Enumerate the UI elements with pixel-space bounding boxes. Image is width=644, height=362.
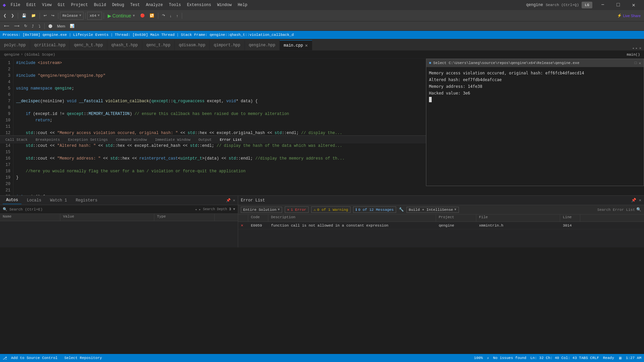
search-box[interactable]: Search (Ctrl+Q) xyxy=(546,3,579,7)
debug-diag[interactable]: 📊 xyxy=(68,22,76,31)
tab-error-list[interactable]: Error List xyxy=(217,137,245,142)
step-over[interactable]: ↷ xyxy=(160,11,167,20)
error-search-icon[interactable]: 🔍 xyxy=(636,207,641,212)
search-nav-right[interactable]: ▸ xyxy=(199,207,201,212)
tab-main-cpp[interactable]: main.cpp ✕ xyxy=(280,40,312,50)
back-button[interactable]: ❮ xyxy=(1,11,8,20)
process-label[interactable]: Process: [0x7388] qengine.exe xyxy=(3,33,67,37)
tab-command-window[interactable]: Command Window xyxy=(113,137,149,142)
search-depth-dropdown[interactable]: ▼ xyxy=(233,207,235,211)
select-repository[interactable]: Select Repository xyxy=(64,356,102,360)
menu-window[interactable]: Window xyxy=(214,1,234,9)
registers-tab[interactable]: Registers xyxy=(72,197,101,204)
stop-button[interactable]: 🔴 xyxy=(138,11,147,20)
debug-breakpoint[interactable]: ⬤ xyxy=(46,22,54,31)
tab-qenc-t[interactable]: qenc_t.hpp xyxy=(142,40,175,50)
error-count-btn[interactable]: ✕ 1 Error xyxy=(285,206,309,213)
debug-step4[interactable]: ⤴ xyxy=(30,22,36,31)
live-share-button[interactable]: ⚡ Live Share xyxy=(615,11,643,20)
error-row-1[interactable]: ✕ E0059 function call is not allowed in … xyxy=(238,222,644,229)
menu-tools[interactable]: Tools xyxy=(166,1,183,9)
popup-maximize[interactable]: □ xyxy=(635,61,637,65)
popup-icon: ■ xyxy=(429,61,431,65)
tab-exception-settings[interactable]: Exception Settings xyxy=(65,137,111,142)
tab-qengine[interactable]: qengine.hpp xyxy=(245,40,280,50)
menu-view[interactable]: View xyxy=(39,1,54,9)
autos-panel-pin[interactable]: 📌 xyxy=(226,198,231,202)
save-button[interactable]: 💾 xyxy=(20,11,29,20)
menu-analyze[interactable]: Analyze xyxy=(143,1,165,9)
lifecycle-events[interactable]: Lifecycle Events xyxy=(73,33,109,37)
locals-tab[interactable]: Locals xyxy=(23,197,45,204)
breadcrumb-scope[interactable]: (Global Scope) xyxy=(24,53,55,57)
debug-mem1[interactable]: Mem xyxy=(55,22,67,31)
restore-button[interactable]: □ xyxy=(610,0,626,10)
message-count-btn[interactable]: ℹ 0 of 12 Messages xyxy=(353,206,396,213)
search-label[interactable]: Search (Ctrl+E) xyxy=(9,207,43,212)
issues-label[interactable]: No issues found xyxy=(493,356,526,360)
tab-qcritical[interactable]: qcritical.hpp xyxy=(30,40,70,50)
undo-button[interactable]: ↩ xyxy=(42,11,49,20)
tab-close-main[interactable]: ✕ xyxy=(305,43,308,48)
minimize-button[interactable]: − xyxy=(595,0,610,10)
menu-build[interactable]: Build xyxy=(91,1,109,9)
debug-step3[interactable]: ↻ xyxy=(22,22,29,31)
menu-help[interactable]: Help xyxy=(235,1,250,9)
save-all-button[interactable]: 📁 xyxy=(29,11,38,20)
popup-close[interactable]: ✕ xyxy=(639,61,641,65)
menu-test[interactable]: Test xyxy=(127,1,143,9)
tab-output[interactable]: Output xyxy=(196,137,215,142)
menu-project[interactable]: Project xyxy=(68,1,91,9)
step-into[interactable]: ↓ xyxy=(168,11,174,20)
tab-label-main: main.cpp xyxy=(284,43,303,48)
stack-frame-label[interactable]: Stack Frame: qengine::qhash_t::violation… xyxy=(181,33,294,37)
symbol-scope-select[interactable]: main() xyxy=(627,53,640,57)
menu-file[interactable]: File xyxy=(8,1,23,9)
menu-edit[interactable]: Edit xyxy=(23,1,39,9)
error-list-pin[interactable]: 📌 xyxy=(631,198,636,203)
platform-dropdown[interactable]: x64 ▼ xyxy=(87,12,102,20)
error-search-label[interactable]: Search Error List xyxy=(597,208,635,212)
add-to-source-control[interactable]: Add to Source Control xyxy=(11,356,58,360)
col-type: Type xyxy=(154,214,215,221)
warning-count-btn[interactable]: ⚠ 0 of 1 Warning xyxy=(311,206,351,213)
restart-button[interactable]: 🔁 xyxy=(148,11,156,20)
debug-step1[interactable]: ⟵ xyxy=(2,22,11,31)
menu-debug[interactable]: Debug xyxy=(109,1,127,9)
continue-button[interactable]: ▶ Continue ▼ xyxy=(106,11,138,20)
tab-qhash[interactable]: qhash_t.hpp xyxy=(107,40,142,50)
autos-panel-close[interactable]: ✕ xyxy=(233,198,235,202)
error-list-close[interactable]: ✕ xyxy=(639,198,641,203)
redo-button[interactable]: ↪ xyxy=(49,11,56,20)
thread-label[interactable]: Thread: [0x630] Main Thread xyxy=(115,33,174,37)
tab-qdisasm[interactable]: qdisasm.hpp xyxy=(175,40,210,50)
tab-polyc[interactable]: polyc.hpp xyxy=(0,40,30,50)
menu-git[interactable]: Git xyxy=(55,1,68,9)
step-out[interactable]: ↑ xyxy=(174,11,180,20)
autos-tab[interactable]: Autos xyxy=(3,196,21,204)
tab-call-stack[interactable]: Call Stack xyxy=(3,137,30,142)
solution-filter-dropdown[interactable]: Entire Solution ▼ xyxy=(241,207,282,213)
output-line-1: Memory access violation occured, origina… xyxy=(429,70,641,76)
debug-step5[interactable]: ⤵ xyxy=(37,22,43,31)
breadcrumb-project[interactable]: qengine xyxy=(4,53,19,57)
tab-scroll-right[interactable]: ▸ xyxy=(636,46,638,50)
search-depth-value[interactable]: 3 xyxy=(229,207,231,211)
tab-breakpoints[interactable]: Breakpoints xyxy=(33,137,63,142)
tab-immediate-window[interactable]: Immediate Window xyxy=(152,137,193,142)
autos-panel: Autos Locals Watch 1 Registers 📌 ✕ 🔍 Sea… xyxy=(0,196,238,247)
forward-button[interactable]: ❯ xyxy=(9,11,16,20)
filter-icon[interactable]: 🔧 xyxy=(399,207,404,212)
tab-scroll-left[interactable]: ◂ xyxy=(632,46,634,50)
debug-step2[interactable]: ⟶ xyxy=(12,22,21,31)
tab-options[interactable]: ✕ xyxy=(639,46,641,50)
menu-extensions[interactable]: Extensions xyxy=(184,1,214,9)
user-avatar[interactable]: LG xyxy=(582,2,592,8)
tab-qenc-h[interactable]: qenc_h_t.hpp xyxy=(70,40,107,50)
search-nav-left[interactable]: ◂ xyxy=(195,207,197,212)
watch1-tab[interactable]: Watch 1 xyxy=(47,197,70,204)
config-dropdown[interactable]: Release ▼ xyxy=(60,12,84,20)
build-filter-dropdown[interactable]: Build + IntelliSense ▼ xyxy=(407,207,459,213)
close-button[interactable]: ✕ xyxy=(626,0,641,10)
tab-qimport[interactable]: qimport.hpp xyxy=(210,40,245,50)
